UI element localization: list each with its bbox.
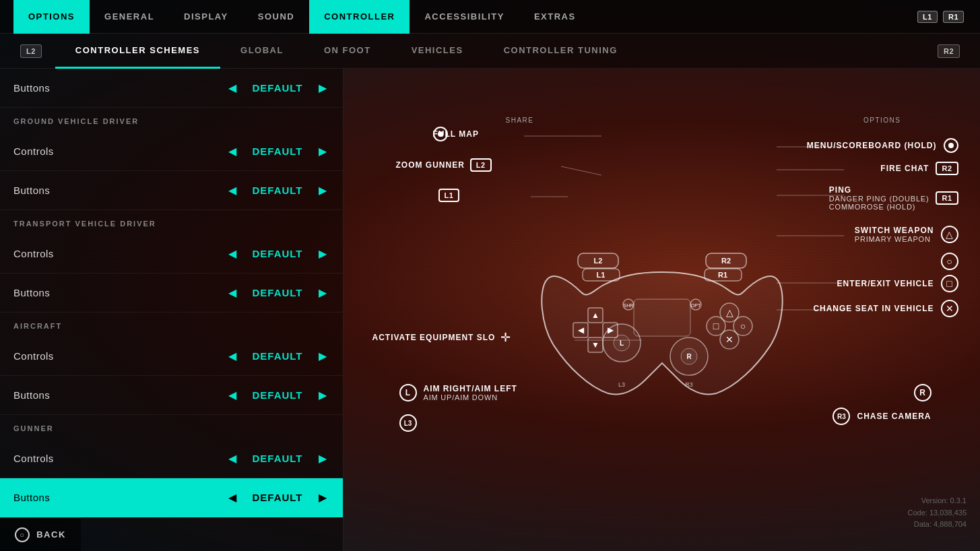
- ping-text: PING DANGER PING (DOUBLE) COMMOROSE (HOL…: [829, 185, 929, 211]
- control-arrows: ◀ DEFAULT ▶: [226, 181, 329, 199]
- arrow-right-btn[interactable]: ▶: [316, 347, 329, 365]
- sub-navigation: L2 CONTROLLER SCHEMES GLOBAL ON FOOT VEH…: [0, 34, 980, 69]
- nav-tab-extras[interactable]: EXTRAS: [519, 0, 591, 34]
- control-label: Buttons: [13, 185, 226, 196]
- arrow-left-btn[interactable]: ◀: [226, 79, 239, 97]
- nav-tab-display[interactable]: DISPLAY: [169, 0, 243, 34]
- control-label: Controls: [13, 453, 226, 464]
- square-btn: □: [941, 275, 958, 292]
- arrow-right-btn[interactable]: ▶: [316, 488, 329, 507]
- arrow-right-btn[interactable]: ▶: [316, 449, 329, 467]
- commorose-label: COMMOROSE (HOLD): [829, 203, 929, 211]
- control-row-gvd-controls[interactable]: Controls ◀ DEFAULT ▶: [0, 132, 343, 171]
- full-map-label: FULL MAP: [433, 129, 479, 139]
- section-header-ground-vehicle: GROUND VEHICLE DRIVER: [0, 108, 343, 132]
- svg-text:▶: ▶: [607, 325, 614, 335]
- l2-badge[interactable]: L2: [20, 44, 42, 58]
- code-text: Code: 13,038,435: [908, 507, 967, 519]
- back-button[interactable]: ○ BACK: [0, 517, 81, 551]
- control-value: DEFAULT: [247, 82, 308, 94]
- switch-weapon-text: SWITCH WEAPON PRIMARY WEAPON: [855, 226, 934, 243]
- nav-tab-general[interactable]: GENERAL: [90, 0, 169, 34]
- enter-exit-label: ENTER/EXIT VEHICLE: [837, 279, 934, 288]
- controller-svg: L2 R2 L1 R1 SHR OPT: [534, 212, 790, 416]
- nav-tab-controller[interactable]: CONTROLLER: [309, 0, 410, 34]
- fire-label: FIRE CHAT: [880, 164, 929, 173]
- svg-text:L: L: [619, 339, 623, 347]
- arrow-left-btn[interactable]: ◀: [226, 142, 239, 160]
- control-row-aircraft-buttons[interactable]: Buttons ◀ DEFAULT ▶: [0, 376, 343, 415]
- svg-text:R: R: [686, 353, 692, 360]
- control-label: Buttons: [13, 389, 226, 401]
- arrow-left-btn[interactable]: ◀: [226, 449, 239, 467]
- r2-fire-chat-group: FIRE CHAT R2: [880, 162, 958, 175]
- svg-text:◀: ◀: [577, 325, 584, 335]
- nav-tab-sound[interactable]: SOUND: [243, 0, 309, 34]
- x-btn: ✕: [941, 300, 958, 317]
- arrow-left-btn[interactable]: ◀: [226, 181, 239, 199]
- nav-tab-accessibility[interactable]: ACCESSIBILITY: [410, 0, 519, 34]
- svg-text:SHR: SHR: [623, 303, 633, 308]
- r-stick-badge: R: [914, 384, 932, 401]
- l1-badge[interactable]: L1: [917, 11, 938, 23]
- sub-tab-vehicles[interactable]: VEHICLES: [391, 34, 484, 69]
- svg-text:▲: ▲: [591, 311, 599, 320]
- control-row-tvd-buttons[interactable]: Buttons ◀ DEFAULT ▶: [0, 273, 343, 313]
- control-row-gvd-buttons[interactable]: Buttons ◀ DEFAULT ▶: [0, 171, 343, 210]
- arrow-right-btn[interactable]: ▶: [316, 245, 329, 263]
- svg-text:L3: L3: [618, 381, 624, 388]
- sub-tab-on-foot[interactable]: ON FOOT: [304, 34, 391, 69]
- arrow-left-btn[interactable]: ◀: [226, 386, 239, 404]
- control-row-gunner-buttons-highlighted[interactable]: Buttons ◀ DEFAULT ▶: [0, 478, 343, 517]
- control-value: DEFAULT: [247, 492, 308, 503]
- control-row-buttons-default[interactable]: Buttons ◀ DEFAULT ▶: [0, 69, 343, 108]
- arrow-right-btn[interactable]: ▶: [316, 79, 329, 97]
- nav-tab-options[interactable]: OPTIONS: [13, 0, 90, 34]
- control-arrows: ◀ DEFAULT ▶: [226, 245, 329, 263]
- arrow-left-btn[interactable]: ◀: [226, 488, 239, 507]
- r1-badge[interactable]: R1: [943, 11, 964, 23]
- arrow-right-btn[interactable]: ▶: [316, 142, 329, 160]
- version-info: Version: 0.3.1 Code: 13,038,435 Data: 4,…: [908, 495, 967, 531]
- sub-tab-global[interactable]: GLOBAL: [220, 34, 304, 69]
- r1-controller-badge: R1: [936, 191, 958, 205]
- svg-text:L1: L1: [596, 271, 605, 279]
- svg-text:□: □: [713, 321, 719, 331]
- sub-tab-controller-schemes[interactable]: CONTROLLER SCHEMES: [55, 34, 220, 69]
- arrow-left-btn[interactable]: ◀: [226, 347, 239, 365]
- right-panel: L2 R2 L1 R1 SHR OPT: [344, 69, 980, 551]
- arrow-left-btn[interactable]: ◀: [226, 245, 239, 263]
- controller-diagram: L2 R2 L1 R1 SHR OPT: [359, 101, 965, 519]
- arrow-left-btn[interactable]: ◀: [226, 284, 239, 302]
- aim-up-down-label: AIM UP/AIM DOWN: [424, 393, 517, 401]
- back-label: BACK: [36, 529, 66, 540]
- svg-text:✕: ✕: [725, 334, 733, 345]
- chase-camera-label: CHASE CAMERA: [857, 412, 931, 421]
- dpad-icon: ✛: [500, 330, 511, 345]
- control-row-gunner-controls[interactable]: Controls ◀ DEFAULT ▶: [0, 439, 343, 478]
- control-row-aircraft-controls[interactable]: Controls ◀ DEFAULT ▶: [0, 337, 343, 376]
- r1-ping-group: PING DANGER PING (DOUBLE) COMMOROSE (HOL…: [829, 185, 958, 211]
- sub-tab-controller-tuning[interactable]: CONTROLLER TUNING: [484, 34, 638, 69]
- circle-group: ○: [941, 253, 958, 270]
- switch-weapon-group: SWITCH WEAPON PRIMARY WEAPON △: [855, 226, 958, 243]
- share-label: SHARE: [506, 113, 534, 125]
- arrow-right-btn[interactable]: ▶: [316, 386, 329, 404]
- enter-exit-group: ENTER/EXIT VEHICLE □: [837, 275, 958, 292]
- control-row-tvd-controls[interactable]: Controls ◀ DEFAULT ▶: [0, 234, 343, 273]
- triangle-btn: △: [941, 226, 958, 243]
- svg-text:R3: R3: [685, 381, 693, 388]
- arrow-right-btn[interactable]: ▶: [316, 181, 329, 199]
- r2-badge[interactable]: R2: [938, 44, 960, 58]
- control-label: Buttons: [13, 82, 226, 94]
- arrow-right-btn[interactable]: ▶: [316, 284, 329, 302]
- options-btn-dot: [944, 138, 958, 153]
- options-label-top: OPTIONS: [863, 113, 901, 125]
- aim-right-left-group: L AIM RIGHT/AIM LEFT AIM UP/AIM DOWN: [399, 384, 517, 401]
- r2-controller-badge: R2: [936, 162, 958, 175]
- control-arrows: ◀ DEFAULT ▶: [226, 284, 329, 302]
- change-seat-group: CHANGE SEAT IN VEHICLE ✕: [813, 300, 958, 317]
- zoom-gunner-label: ZOOM GUNNER: [396, 160, 465, 170]
- change-seat-label: CHANGE SEAT IN VEHICLE: [813, 304, 934, 313]
- activate-equipment-group: ACTIVATE EQUIPMENT SLO ✛: [372, 330, 511, 345]
